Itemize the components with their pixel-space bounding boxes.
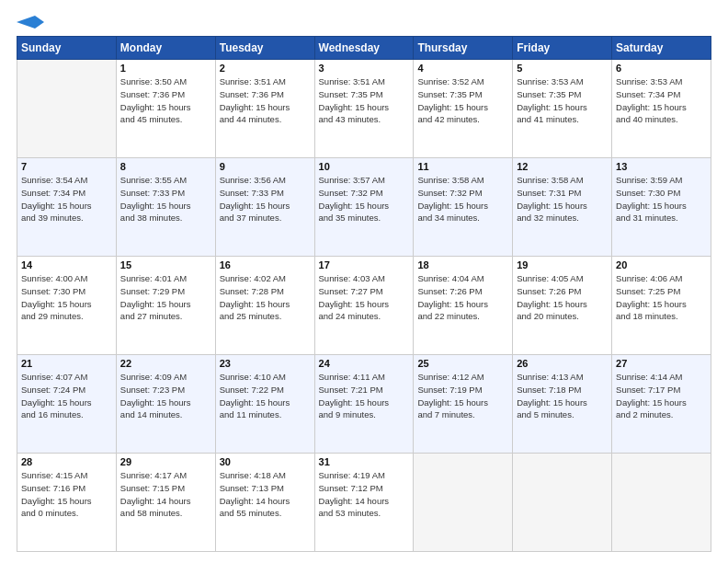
calendar-header-friday: Friday (513, 37, 612, 60)
day-info: Sunrise: 4:11 AMSunset: 7:21 PMDaylight:… (319, 371, 410, 421)
calendar-header-saturday: Saturday (612, 37, 711, 60)
day-info: Sunrise: 4:19 AMSunset: 7:12 PMDaylight:… (319, 469, 410, 520)
day-info: Sunrise: 4:00 AMSunset: 7:30 PMDaylight:… (21, 272, 112, 323)
calendar-cell: 19Sunrise: 4:05 AMSunset: 7:26 PMDayligh… (513, 257, 612, 355)
calendar-header-thursday: Thursday (414, 37, 513, 60)
day-info: Sunrise: 3:53 AMSunset: 7:35 PMDaylight:… (517, 75, 608, 126)
day-info: Sunrise: 3:58 AMSunset: 7:31 PMDaylight:… (517, 174, 608, 224)
day-number: 3 (319, 63, 410, 74)
day-info: Sunrise: 4:04 AMSunset: 7:26 PMDaylight:… (417, 272, 508, 323)
header (17, 15, 711, 29)
day-number: 15 (120, 259, 211, 270)
day-info: Sunrise: 4:07 AMSunset: 7:24 PMDaylight:… (21, 371, 112, 421)
calendar-header-monday: Monday (116, 37, 215, 60)
day-info: Sunrise: 3:59 AMSunset: 7:30 PMDaylight:… (616, 174, 707, 224)
day-number: 14 (21, 259, 112, 270)
day-info: Sunrise: 3:50 AMSunset: 7:36 PMDaylight:… (120, 75, 211, 126)
calendar-header-row: SundayMondayTuesdayWednesdayThursdayFrid… (17, 37, 711, 60)
calendar-cell: 31Sunrise: 4:19 AMSunset: 7:12 PMDayligh… (314, 454, 414, 552)
calendar-cell: 21Sunrise: 4:07 AMSunset: 7:24 PMDayligh… (17, 355, 117, 454)
day-info: Sunrise: 4:18 AMSunset: 7:13 PMDaylight:… (220, 469, 311, 520)
week-row-1: 1Sunrise: 3:50 AMSunset: 7:36 PMDaylight… (17, 60, 711, 158)
calendar-cell: 10Sunrise: 3:57 AMSunset: 7:32 PMDayligh… (314, 158, 414, 257)
day-number: 6 (616, 63, 707, 74)
day-number: 4 (417, 63, 508, 74)
calendar-cell: 4Sunrise: 3:52 AMSunset: 7:35 PMDaylight… (414, 60, 513, 158)
day-info: Sunrise: 4:14 AMSunset: 7:17 PMDaylight:… (616, 371, 707, 421)
day-info: Sunrise: 3:55 AMSunset: 7:33 PMDaylight:… (120, 174, 211, 224)
calendar-cell: 3Sunrise: 3:51 AMSunset: 7:35 PMDaylight… (314, 60, 414, 158)
day-number: 18 (417, 259, 508, 270)
day-info: Sunrise: 4:02 AMSunset: 7:28 PMDaylight:… (220, 272, 311, 323)
calendar-cell (612, 454, 711, 552)
calendar-cell: 22Sunrise: 4:09 AMSunset: 7:23 PMDayligh… (116, 355, 215, 454)
calendar-cell: 15Sunrise: 4:01 AMSunset: 7:29 PMDayligh… (116, 257, 215, 355)
day-info: Sunrise: 3:54 AMSunset: 7:34 PMDaylight:… (21, 174, 112, 224)
day-number: 13 (616, 161, 707, 172)
day-number: 7 (21, 161, 112, 172)
day-number: 9 (220, 161, 311, 172)
calendar-cell: 11Sunrise: 3:58 AMSunset: 7:32 PMDayligh… (414, 158, 513, 257)
calendar-cell: 24Sunrise: 4:11 AMSunset: 7:21 PMDayligh… (314, 355, 414, 454)
calendar-cell: 18Sunrise: 4:04 AMSunset: 7:26 PMDayligh… (414, 257, 513, 355)
calendar-cell: 25Sunrise: 4:12 AMSunset: 7:19 PMDayligh… (414, 355, 513, 454)
day-info: Sunrise: 4:12 AMSunset: 7:19 PMDaylight:… (417, 371, 508, 421)
day-info: Sunrise: 4:06 AMSunset: 7:25 PMDaylight:… (616, 272, 707, 323)
calendar-header-tuesday: Tuesday (215, 37, 314, 60)
logo-arrow-icon (17, 16, 44, 29)
day-number: 20 (616, 259, 707, 270)
calendar-header-wednesday: Wednesday (314, 37, 414, 60)
day-info: Sunrise: 3:52 AMSunset: 7:35 PMDaylight:… (417, 75, 508, 126)
day-info: Sunrise: 3:51 AMSunset: 7:35 PMDaylight:… (319, 75, 410, 126)
calendar-cell: 13Sunrise: 3:59 AMSunset: 7:30 PMDayligh… (612, 158, 711, 257)
day-number: 27 (616, 358, 707, 369)
week-row-2: 7Sunrise: 3:54 AMSunset: 7:34 PMDaylight… (17, 158, 711, 257)
calendar-cell: 8Sunrise: 3:55 AMSunset: 7:33 PMDaylight… (116, 158, 215, 257)
day-number: 31 (319, 456, 410, 467)
day-info: Sunrise: 3:51 AMSunset: 7:36 PMDaylight:… (220, 75, 311, 126)
svg-marker-0 (17, 16, 44, 29)
day-info: Sunrise: 4:09 AMSunset: 7:23 PMDaylight:… (120, 371, 211, 421)
calendar-cell (17, 60, 117, 158)
day-number: 17 (319, 259, 410, 270)
day-info: Sunrise: 4:05 AMSunset: 7:26 PMDaylight:… (517, 272, 608, 323)
calendar-table: SundayMondayTuesdayWednesdayThursdayFrid… (17, 36, 711, 552)
week-row-4: 21Sunrise: 4:07 AMSunset: 7:24 PMDayligh… (17, 355, 711, 454)
day-number: 30 (220, 456, 311, 467)
day-number: 21 (21, 358, 112, 369)
calendar-cell: 17Sunrise: 4:03 AMSunset: 7:27 PMDayligh… (314, 257, 414, 355)
calendar-cell (513, 454, 612, 552)
calendar-cell: 12Sunrise: 3:58 AMSunset: 7:31 PMDayligh… (513, 158, 612, 257)
logo (17, 15, 44, 29)
calendar-cell: 1Sunrise: 3:50 AMSunset: 7:36 PMDaylight… (116, 60, 215, 158)
day-info: Sunrise: 4:03 AMSunset: 7:27 PMDaylight:… (319, 272, 410, 323)
calendar-cell: 30Sunrise: 4:18 AMSunset: 7:13 PMDayligh… (215, 454, 314, 552)
calendar-cell: 6Sunrise: 3:53 AMSunset: 7:34 PMDaylight… (612, 60, 711, 158)
calendar-cell: 29Sunrise: 4:17 AMSunset: 7:15 PMDayligh… (116, 454, 215, 552)
day-info: Sunrise: 3:56 AMSunset: 7:33 PMDaylight:… (220, 174, 311, 224)
day-number: 26 (517, 358, 608, 369)
day-number: 1 (120, 63, 211, 74)
calendar-cell: 14Sunrise: 4:00 AMSunset: 7:30 PMDayligh… (17, 257, 117, 355)
day-info: Sunrise: 3:57 AMSunset: 7:32 PMDaylight:… (319, 174, 410, 224)
day-info: Sunrise: 4:17 AMSunset: 7:15 PMDaylight:… (120, 469, 211, 520)
calendar-header-sunday: Sunday (17, 37, 117, 60)
week-row-5: 28Sunrise: 4:15 AMSunset: 7:16 PMDayligh… (17, 454, 711, 552)
calendar-cell: 26Sunrise: 4:13 AMSunset: 7:18 PMDayligh… (513, 355, 612, 454)
page: SundayMondayTuesdayWednesdayThursdayFrid… (0, 0, 728, 563)
calendar-cell: 2Sunrise: 3:51 AMSunset: 7:36 PMDaylight… (215, 60, 314, 158)
day-number: 10 (319, 161, 410, 172)
day-number: 29 (120, 456, 211, 467)
calendar-cell (414, 454, 513, 552)
day-number: 2 (220, 63, 311, 74)
day-number: 11 (417, 161, 508, 172)
day-number: 22 (120, 358, 211, 369)
day-info: Sunrise: 4:01 AMSunset: 7:29 PMDaylight:… (120, 272, 211, 323)
day-info: Sunrise: 3:53 AMSunset: 7:34 PMDaylight:… (616, 75, 707, 126)
day-number: 8 (120, 161, 211, 172)
calendar-cell: 9Sunrise: 3:56 AMSunset: 7:33 PMDaylight… (215, 158, 314, 257)
calendar-cell: 7Sunrise: 3:54 AMSunset: 7:34 PMDaylight… (17, 158, 117, 257)
day-number: 23 (220, 358, 311, 369)
calendar-cell: 20Sunrise: 4:06 AMSunset: 7:25 PMDayligh… (612, 257, 711, 355)
day-number: 28 (21, 456, 112, 467)
